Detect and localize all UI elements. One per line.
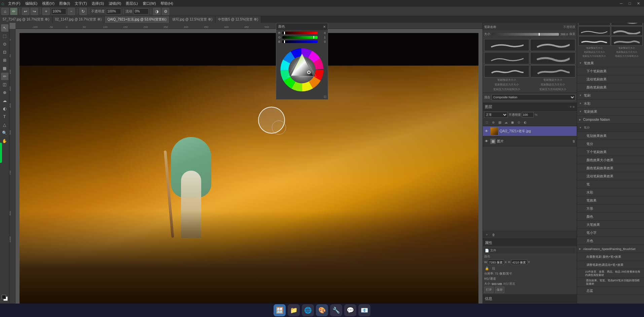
preset-row-7[interactable]: 笔划效果效果	[577, 132, 644, 140]
minimize-btn[interactable]: ─	[617, 1, 625, 5]
redo-btn[interactable]: ↪	[31, 8, 38, 15]
layer-menu-icon[interactable]: ≡	[573, 105, 575, 109]
tool-select-rect[interactable]: ⬚	[1, 32, 8, 40]
preset-row-1[interactable]: 下个笔刷效果	[577, 67, 644, 75]
tool-smudge[interactable]: ☁	[1, 97, 8, 104]
tool-move[interactable]: ↖	[1, 24, 8, 32]
tool-brush[interactable]: ✏	[1, 73, 8, 80]
preset-row-2[interactable]: 流动笔刷效果	[577, 75, 644, 83]
group-layer-btn[interactable]: ▦	[497, 120, 502, 125]
taskbar-app1[interactable]: 🔧	[330, 304, 342, 316]
menu-filter[interactable]: 滤镜(R)	[107, 0, 123, 7]
layer-item-group[interactable]: 👁 ▦ 图片 🗑	[483, 136, 577, 146]
tab-0[interactable]: 57_7147.jpg @ 16.7%(背景 单)	[0, 16, 52, 23]
brush-preset-2[interactable]	[484, 52, 529, 64]
preset-row-10[interactable]: 颜色效果大小效果	[577, 156, 644, 164]
filter-layer-btn[interactable]: ☁	[503, 120, 509, 125]
blend-mode-select[interactable]: Composite Nation	[492, 94, 575, 100]
preset-row-15[interactable]: 笔效果	[577, 197, 644, 205]
preset-row-16[interactable]: 方形	[577, 205, 644, 213]
preset-row-11[interactable]: 颜色笔刷效果效果	[577, 164, 644, 172]
clone-layer-btn[interactable]: ⊙	[516, 120, 522, 125]
tab-4[interactable]: 中型图5 @ 12.5%(背景 单)	[215, 16, 261, 23]
fg-color-swatch[interactable]	[2, 295, 6, 299]
preset-row-20[interactable]: 月色	[577, 237, 644, 245]
preset-row-17[interactable]: 颜色	[577, 213, 644, 221]
preset-row-13[interactable]: 笔	[577, 180, 644, 188]
zoom-in-btn[interactable]: ＋	[42, 8, 50, 15]
color-swatches[interactable]	[2, 295, 8, 301]
preset-stroke-4[interactable]	[578, 36, 610, 46]
preset-row-14[interactable]: 水彩	[577, 188, 644, 197]
rotate-tool[interactable]: ↻	[79, 8, 87, 15]
menu-image[interactable]: 图像(I)	[57, 0, 72, 7]
menu-layer[interactable]: 图层(L)	[124, 0, 140, 7]
layer-blend-select[interactable]: 正常	[484, 112, 508, 118]
tab-2[interactable]: QAIQ_7921+生活.jpg @ 53.6%(背景粉)	[105, 16, 170, 23]
canvas-area[interactable]: -100 -50 0 50 100 150 200 250 300 350 40…	[9, 23, 482, 310]
preset-stroke-2[interactable]	[578, 26, 610, 36]
preset-stroke-5[interactable]	[611, 36, 643, 46]
preset-row-5[interactable]: ▼ 水彩	[577, 100, 644, 108]
tool-select-lasso[interactable]: ⊙	[1, 40, 8, 48]
color-wheel-svg[interactable]	[279, 47, 325, 93]
tab-3[interactable]: 填写.jpg @ 12.5%(背景 单)	[170, 16, 216, 23]
file-item[interactable]: 📄 文件	[484, 248, 575, 253]
canvas-content[interactable]	[15, 29, 482, 310]
brush-preset-1[interactable]	[530, 39, 575, 51]
preset-row-9[interactable]: 下个笔刷效果	[577, 148, 644, 156]
brush-tool[interactable]: ✏	[10, 8, 17, 15]
lock-aspect-btn[interactable]: 🔒	[484, 266, 490, 271]
app-home-btn[interactable]: ⌂	[1, 1, 4, 6]
tool-text[interactable]: T	[1, 113, 8, 120]
menu-window[interactable]: 窗口(W)	[141, 0, 158, 7]
preset-row-4[interactable]: ▼ 笔刷	[577, 92, 644, 100]
menu-view[interactable]: 视图(V)	[40, 0, 57, 7]
b-slider[interactable]	[282, 40, 318, 43]
fill-layer-btn[interactable]: ◼	[510, 120, 515, 125]
home-tool[interactable]: ⌂	[1, 8, 9, 15]
color-btn[interactable]: ◑	[153, 8, 160, 15]
tool-fill[interactable]: ⊞	[1, 57, 8, 64]
size-slider[interactable]	[492, 33, 559, 36]
menu-edit[interactable]: 编辑(E)	[23, 0, 40, 7]
tool-eraser[interactable]: ◫	[1, 81, 8, 88]
taskbar-edge[interactable]: 🌐	[302, 304, 314, 316]
tool-gradient[interactable]: ▦	[1, 65, 8, 72]
delete-layer-btn[interactable]: 🗑	[491, 232, 496, 237]
taskbar-app2[interactable]: 💬	[344, 304, 356, 316]
tool-shape[interactable]: △	[1, 121, 8, 129]
layer-visibility-g[interactable]: 👁	[484, 139, 489, 143]
preset-row-21[interactable]: 向量数笔刷 颜色+笔+效果	[577, 253, 644, 261]
preset-row-18[interactable]: 大笔效果	[577, 221, 644, 229]
r-slider[interactable]	[282, 32, 318, 34]
chain-btn[interactable]: ⛓	[491, 266, 496, 271]
layer-visibility-0[interactable]: 👁	[484, 129, 489, 133]
preset-row-25[interactable]: 总监	[577, 287, 644, 295]
tab-1[interactable]: 02_1147.jpg @ 16.7%(背景 单)	[52, 16, 105, 23]
wheel-expand-btn[interactable]: ⊡	[276, 94, 328, 99]
layer-item-0[interactable]: 👁 QAI2_7921+老车.jpg	[483, 126, 577, 136]
tool-clone[interactable]: ⊕	[1, 89, 8, 96]
taskbar-explorer[interactable]: 📁	[288, 304, 300, 316]
settings-btn[interactable]: ⚙	[162, 8, 169, 15]
brush-preset-3[interactable]	[530, 52, 575, 64]
brush-preset-0[interactable]	[484, 39, 529, 51]
preset-row-22[interactable]: 调整笔刷色调流动+笔+效果	[577, 261, 644, 269]
menu-help[interactable]: 帮助(H)	[158, 0, 175, 7]
preset-row-19[interactable]: 笔小字	[577, 229, 644, 237]
preset-stroke-3[interactable]	[611, 26, 643, 36]
save-btn[interactable]: 保存	[495, 287, 504, 293]
tool-crop[interactable]: ⊡	[1, 48, 8, 56]
h-value[interactable]: 4210 像素	[511, 259, 528, 265]
brush-preset-4[interactable]	[484, 65, 529, 77]
properties-header[interactable]: 属性	[483, 239, 577, 246]
open-btn[interactable]: 打开	[484, 287, 494, 293]
info-header[interactable]: 信息	[483, 295, 577, 302]
copy-layer-btn[interactable]: ⊕	[491, 120, 496, 125]
preset-row-alexafresco[interactable]: ▶ AlexaFresco_SpeedPainting_BrushSet	[577, 245, 644, 253]
preset-row-6[interactable]: ▼ 笔刷效果	[577, 108, 644, 116]
menu-file[interactable]: 文件(F)	[6, 0, 22, 7]
preset-row-composite[interactable]: ▶ Composite Nation	[577, 116, 644, 124]
menu-select[interactable]: 选择(S)	[90, 0, 106, 7]
